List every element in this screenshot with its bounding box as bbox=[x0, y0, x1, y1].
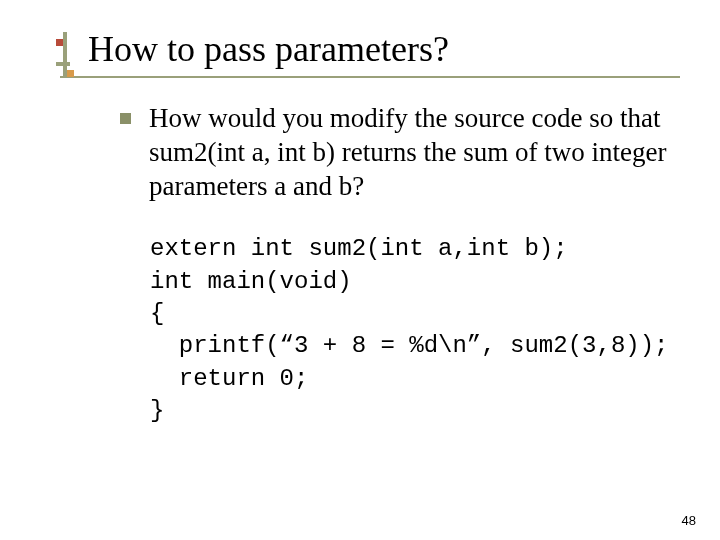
page-number: 48 bbox=[682, 513, 696, 528]
slide-title: How to pass parameters? bbox=[88, 28, 680, 70]
title-accent-icon bbox=[56, 32, 70, 78]
code-block: extern int sum2(int a,int b); int main(v… bbox=[150, 233, 670, 427]
bullet-item: How would you modify the source code so … bbox=[120, 102, 670, 203]
bullet-text: How would you modify the source code so … bbox=[149, 102, 670, 203]
slide-body: How would you modify the source code so … bbox=[120, 102, 670, 428]
slide: How to pass parameters? How would you mo… bbox=[0, 0, 720, 540]
title-underline bbox=[60, 76, 680, 78]
square-bullet-icon bbox=[120, 113, 131, 124]
